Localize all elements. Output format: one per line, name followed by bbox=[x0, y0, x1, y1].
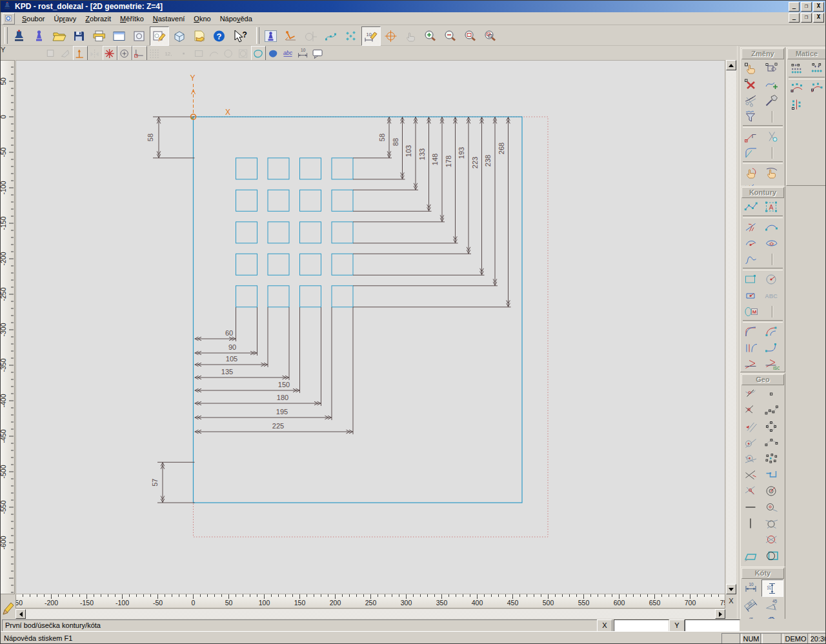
text-abc-button[interactable]: abc bbox=[281, 46, 296, 61]
region-button[interactable] bbox=[251, 46, 266, 61]
segment-button[interactable] bbox=[741, 219, 761, 235]
dim-angle-button[interactable]: 45 bbox=[761, 597, 782, 613]
circle-cross-button[interactable] bbox=[761, 531, 782, 547]
window-button[interactable] bbox=[110, 26, 129, 46]
snap-corner-button[interactable] bbox=[132, 46, 147, 61]
trim-scissors-button[interactable] bbox=[741, 92, 761, 108]
circle-line-button[interactable] bbox=[741, 434, 761, 450]
circle-radius2-button[interactable] bbox=[761, 483, 782, 499]
toolbar-handle[interactable] bbox=[256, 27, 259, 44]
open-folder-button[interactable] bbox=[50, 26, 69, 46]
y-coordinate-input[interactable] bbox=[685, 619, 740, 632]
stretch-corner-button[interactable] bbox=[741, 128, 761, 145]
vertical-scroll-track[interactable] bbox=[726, 70, 736, 584]
menu-item-meritko[interactable]: Měřítko bbox=[116, 14, 148, 24]
edit-hand-button[interactable] bbox=[741, 60, 761, 76]
matrix-large-button[interactable] bbox=[807, 60, 826, 76]
edit-sheet-button[interactable] bbox=[150, 26, 169, 46]
polyline-points-button[interactable] bbox=[761, 402, 782, 418]
text-frame-button[interactable]: A bbox=[761, 199, 782, 215]
tangent-corner-button[interactable] bbox=[741, 145, 761, 161]
point-contour-button[interactable] bbox=[741, 287, 761, 303]
break-hammer-button[interactable] bbox=[761, 92, 782, 108]
print-button[interactable] bbox=[90, 26, 109, 46]
chamfer-button[interactable] bbox=[741, 356, 761, 372]
restore-button[interactable]: ❐ bbox=[801, 13, 812, 23]
ortho-corner-button[interactable] bbox=[73, 46, 88, 61]
delete-button[interactable] bbox=[741, 76, 761, 92]
arc-points-button[interactable] bbox=[761, 434, 782, 450]
menu-item-okno[interactable]: Okno bbox=[189, 14, 215, 24]
parallel-arrow-button[interactable] bbox=[741, 418, 761, 434]
minimize-button[interactable]: _ bbox=[789, 2, 800, 12]
scroll-left-button[interactable] bbox=[15, 609, 26, 619]
corner-arc-button[interactable] bbox=[761, 339, 782, 356]
measure-caliper-button[interactable] bbox=[761, 128, 782, 145]
circle-radius-button[interactable] bbox=[761, 271, 782, 287]
hline-button[interactable] bbox=[741, 499, 761, 515]
offset-button[interactable] bbox=[741, 339, 761, 356]
point-button[interactable] bbox=[761, 386, 782, 402]
vline-button[interactable] bbox=[741, 515, 761, 531]
scroll-down-button[interactable] bbox=[726, 584, 736, 594]
hatch-blob-button[interactable] bbox=[266, 46, 281, 61]
scroll-right-button[interactable] bbox=[715, 609, 725, 619]
document-icon[interactable] bbox=[3, 13, 15, 25]
circle-2tangent-button[interactable] bbox=[761, 515, 782, 531]
view-box-button[interactable] bbox=[130, 26, 149, 46]
note-bubble-button[interactable] bbox=[310, 46, 325, 61]
dim-aligned-button[interactable]: 10 bbox=[741, 597, 761, 613]
tangent-cross-button[interactable] bbox=[741, 483, 761, 499]
rectangle-button[interactable] bbox=[741, 271, 761, 287]
toolbar-handle[interactable] bbox=[5, 27, 8, 44]
matrix-line-button[interactable] bbox=[787, 96, 807, 112]
zoom-previous-button[interactable] bbox=[481, 26, 501, 46]
intersect-button[interactable] bbox=[741, 386, 761, 402]
drag-rotate-button[interactable] bbox=[741, 165, 761, 181]
abc-gray-button[interactable]: ABC bbox=[761, 287, 782, 303]
pawn-frame-button[interactable] bbox=[261, 26, 281, 46]
menu-item-soubor[interactable]: Soubor bbox=[17, 14, 49, 24]
dim-horizontal-button[interactable]: 10 bbox=[741, 579, 761, 596]
drag-arc-button[interactable] bbox=[761, 165, 782, 181]
horizontal-scroll-track[interactable] bbox=[26, 609, 715, 619]
save-button[interactable] bbox=[70, 26, 89, 46]
circle-center-button[interactable] bbox=[761, 499, 782, 515]
close-button[interactable]: X bbox=[813, 2, 824, 12]
close-button[interactable]: X bbox=[813, 13, 824, 23]
horizontal-scrollbar[interactable] bbox=[15, 609, 725, 619]
points-button[interactable] bbox=[341, 26, 361, 46]
dimension-edit-button[interactable]: 10 bbox=[361, 26, 381, 46]
select-region-button[interactable] bbox=[761, 60, 782, 76]
zoom-window-button[interactable] bbox=[461, 26, 481, 46]
insert-node-button[interactable] bbox=[761, 76, 782, 92]
arc3pt-button[interactable] bbox=[761, 219, 782, 235]
zoom-in-button[interactable] bbox=[421, 26, 441, 46]
matrix-small-button[interactable] bbox=[787, 60, 807, 76]
menu-item-zobrazit[interactable]: Zobrazit bbox=[81, 14, 116, 24]
menu-item-nastaveni[interactable]: Nastavení bbox=[148, 14, 190, 24]
axis-anchor-button[interactable] bbox=[281, 26, 301, 46]
minimize-button[interactable]: _ bbox=[789, 13, 800, 23]
chamfer-iso-button[interactable]: ISO bbox=[761, 356, 782, 372]
matrix-arc1-button[interactable] bbox=[787, 80, 807, 96]
x-coordinate-input[interactable] bbox=[614, 619, 669, 632]
rect-slant-button[interactable] bbox=[741, 547, 761, 563]
step-line-button[interactable] bbox=[761, 467, 782, 483]
fillet-button[interactable] bbox=[741, 323, 761, 339]
polyline-button[interactable] bbox=[741, 199, 761, 215]
ellipse-macro-button[interactable]: M bbox=[741, 303, 761, 319]
filter-button[interactable] bbox=[741, 108, 761, 125]
cube-button[interactable] bbox=[170, 26, 189, 46]
snap-center-button[interactable] bbox=[117, 46, 132, 61]
snap-star-button[interactable] bbox=[103, 46, 117, 61]
machine-button[interactable] bbox=[10, 26, 29, 46]
freecurve-button[interactable] bbox=[741, 251, 761, 267]
pawn-button[interactable] bbox=[30, 26, 49, 46]
pencil-corner-button[interactable] bbox=[1, 595, 15, 619]
cross-point-button[interactable] bbox=[741, 402, 761, 418]
matrix-arc2-button[interactable] bbox=[807, 80, 826, 96]
target-button[interactable] bbox=[381, 26, 401, 46]
spline-button[interactable] bbox=[321, 26, 341, 46]
circle-rect-button[interactable] bbox=[761, 547, 782, 563]
